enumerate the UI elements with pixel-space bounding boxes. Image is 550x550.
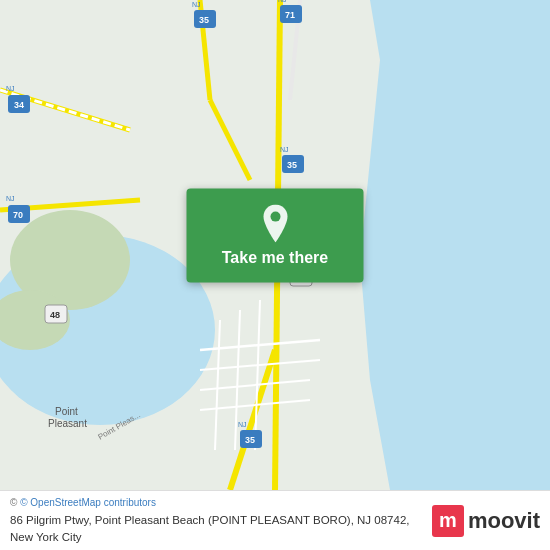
osm-link[interactable]: © OpenStreetMap contributors bbox=[20, 497, 156, 508]
svg-text:Point: Point bbox=[55, 406, 78, 417]
svg-text:NJ: NJ bbox=[278, 0, 287, 3]
moovit-wordmark: moovit bbox=[468, 508, 540, 534]
svg-text:70: 70 bbox=[13, 210, 23, 220]
svg-point-48 bbox=[270, 212, 280, 222]
svg-text:NJ: NJ bbox=[280, 146, 289, 153]
copyright-text: © © OpenStreetMap contributors bbox=[10, 496, 432, 510]
button-label: Take me there bbox=[222, 249, 328, 267]
svg-text:Pleasant: Pleasant bbox=[48, 418, 87, 429]
moovit-m-badge: m bbox=[432, 505, 464, 537]
footer-left: © © OpenStreetMap contributors 86 Pilgri… bbox=[10, 496, 432, 544]
svg-text:71: 71 bbox=[285, 10, 295, 20]
svg-text:NJ: NJ bbox=[192, 1, 201, 8]
svg-text:35: 35 bbox=[287, 160, 297, 170]
svg-text:35: 35 bbox=[199, 15, 209, 25]
svg-text:35: 35 bbox=[245, 435, 255, 445]
moovit-logo: m moovit bbox=[432, 505, 540, 537]
svg-text:34: 34 bbox=[14, 100, 24, 110]
map-container: Point Pleasant 34 NJ 70 NJ 35 NJ 71 NJ 3… bbox=[0, 0, 550, 490]
svg-text:48: 48 bbox=[50, 310, 60, 320]
svg-text:NJ: NJ bbox=[238, 421, 247, 428]
take-me-there-button[interactable]: Take me there bbox=[187, 189, 364, 283]
svg-marker-3 bbox=[360, 0, 550, 490]
svg-text:NJ: NJ bbox=[6, 195, 15, 202]
svg-text:NJ: NJ bbox=[6, 85, 15, 92]
location-pin-icon bbox=[259, 205, 291, 243]
address-text: 86 Pilgrim Ptwy, Point Pleasant Beach (P… bbox=[10, 512, 432, 544]
footer: © © OpenStreetMap contributors 86 Pilgri… bbox=[0, 490, 550, 550]
